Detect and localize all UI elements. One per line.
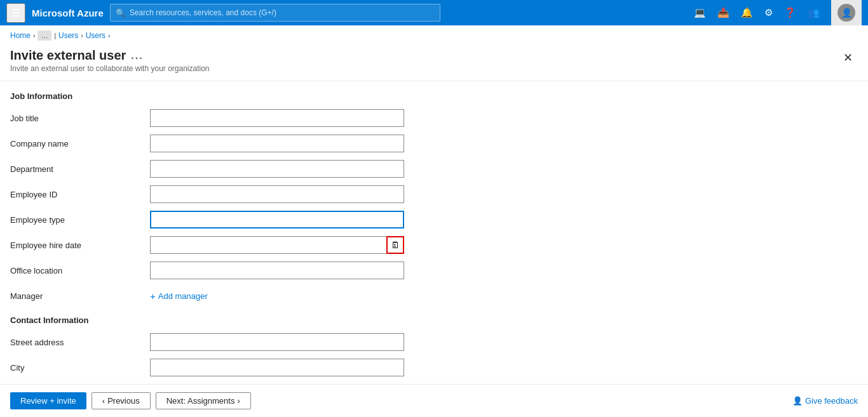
- more-options-icon[interactable]: ...: [131, 50, 143, 62]
- street-address-label: Street address: [10, 338, 150, 347]
- employee-hire-date-input[interactable]: [150, 236, 404, 254]
- feedback-label: Give feedback: [805, 396, 858, 406]
- settings-icon[interactable]: ⚙: [759, 4, 778, 21]
- form-area: Job Information Job title Company name D…: [0, 81, 868, 384]
- page-title: Invite external user ...: [10, 48, 210, 63]
- page-subtitle: Invite an external user to collaborate w…: [10, 64, 210, 73]
- employee-hire-date-label: Employee hire date: [10, 241, 150, 250]
- breadcrumb-sep-3: ›: [81, 32, 83, 39]
- department-label: Department: [10, 164, 150, 174]
- search-icon: 🔍: [116, 8, 126, 18]
- feedback-person-icon: 👤: [792, 396, 803, 406]
- breadcrumb-tenant[interactable]: ...: [37, 30, 51, 41]
- close-button[interactable]: ✕: [838, 48, 858, 67]
- street-address-input[interactable]: [150, 333, 404, 351]
- notification-icon[interactable]: 🔔: [736, 4, 758, 21]
- page-title-area: Invite external user ... Invite an exter…: [10, 48, 210, 73]
- help-icon[interactable]: ❓: [779, 4, 801, 21]
- job-title-row: Job title: [10, 109, 858, 128]
- city-input[interactable]: [150, 359, 404, 376]
- city-row: City: [10, 358, 858, 377]
- department-input[interactable]: [150, 160, 404, 178]
- brand-name: Microsoft Azure: [32, 8, 104, 18]
- next-label: Next: Assignments: [166, 396, 235, 406]
- page-header: Invite external user ... Invite an exter…: [0, 46, 868, 81]
- next-button[interactable]: Next: Assignments ›: [156, 392, 251, 409]
- employee-type-label: Employee type: [10, 215, 150, 225]
- footer-right: 👤 Give feedback: [792, 396, 858, 406]
- office-location-label: Office location: [10, 266, 150, 275]
- breadcrumb-users-1[interactable]: Users: [58, 31, 78, 40]
- directory-icon[interactable]: 👥: [803, 4, 825, 21]
- plus-icon: +: [150, 291, 156, 301]
- review-invite-button[interactable]: Review + invite: [10, 392, 86, 409]
- manager-row: Manager + Add manager: [10, 286, 858, 305]
- office-location-input[interactable]: [150, 261, 404, 279]
- manager-label: Manager: [10, 291, 150, 301]
- employee-type-input[interactable]: [150, 211, 404, 228]
- navbar: ☰ Microsoft Azure 🔍 💻 📥 🔔 ⚙ ❓ 👥 👤: [0, 0, 868, 25]
- search-box: 🔍: [110, 4, 440, 22]
- breadcrumb: Home › ... | Users › Users ›: [0, 25, 868, 46]
- employee-hire-date-row: Employee hire date 🗓: [10, 235, 858, 255]
- employee-id-row: Employee ID: [10, 185, 858, 204]
- user-area[interactable]: 👤: [831, 0, 862, 25]
- breadcrumb-sep-2: |: [54, 32, 56, 39]
- date-input-wrapper: 🗓: [150, 236, 404, 254]
- street-address-row: Street address: [10, 333, 858, 352]
- cloud-shell-icon[interactable]: 💻: [689, 4, 711, 21]
- department-row: Department: [10, 159, 858, 178]
- company-name-input[interactable]: [150, 135, 404, 152]
- give-feedback-button[interactable]: 👤 Give feedback: [792, 396, 858, 406]
- breadcrumb-users-2[interactable]: Users: [86, 31, 105, 40]
- office-location-row: Office location: [10, 261, 858, 280]
- company-name-label: Company name: [10, 139, 150, 149]
- footer: Review + invite ‹ Previous Next: Assignm…: [0, 384, 868, 417]
- job-title-label: Job title: [10, 114, 150, 123]
- city-label: City: [10, 363, 150, 373]
- employee-id-input[interactable]: [150, 185, 404, 203]
- previous-chevron-icon: ‹: [102, 396, 105, 406]
- breadcrumb-home[interactable]: Home: [10, 31, 31, 40]
- next-chevron-icon: ›: [237, 396, 240, 406]
- add-manager-label: Add manager: [158, 291, 208, 301]
- contact-info-heading: Contact Information: [10, 315, 858, 325]
- search-input[interactable]: [130, 8, 435, 17]
- previous-label: Previous: [107, 396, 140, 406]
- employee-type-row: Employee type: [10, 210, 858, 229]
- calendar-icon-button[interactable]: 🗓: [386, 236, 404, 254]
- nav-icon-group: 💻 📥 🔔 ⚙ ❓ 👥: [689, 4, 825, 21]
- employee-id-label: Employee ID: [10, 190, 150, 199]
- add-manager-button[interactable]: + Add manager: [150, 291, 208, 301]
- avatar: 👤: [837, 4, 855, 22]
- breadcrumb-sep-1: ›: [33, 32, 35, 39]
- previous-button[interactable]: ‹ Previous: [92, 392, 151, 409]
- job-info-heading: Job Information: [10, 91, 858, 101]
- breadcrumb-sep-4: ›: [108, 32, 110, 39]
- job-title-input[interactable]: [150, 109, 404, 127]
- feedback-nav-icon[interactable]: 📥: [712, 4, 735, 21]
- hamburger-menu-button[interactable]: ☰: [6, 3, 25, 23]
- page-title-text: Invite external user: [10, 48, 126, 63]
- company-name-row: Company name: [10, 134, 858, 153]
- main-wrapper: Home › ... | Users › Users › Invite exte…: [0, 25, 868, 417]
